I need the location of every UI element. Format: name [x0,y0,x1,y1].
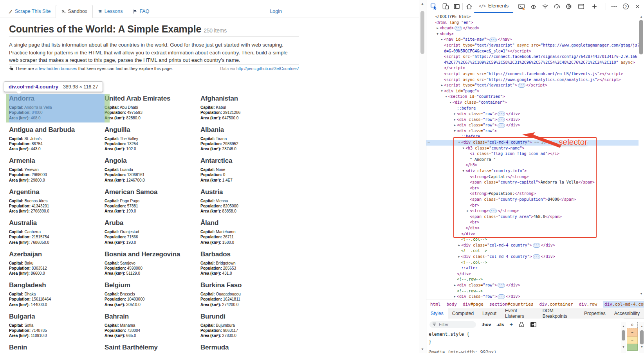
elements-scrollbar[interactable]: ▲ ▼ [639,14,644,298]
issues-icon[interactable] [529,2,538,11]
collapsed-arrow-icon[interactable]: ▶ [457,243,461,249]
collapsed-arrow-icon[interactable]: ▶ [435,25,440,31]
dom-tree-line[interactable]: ▼<div class="container"> [426,100,639,106]
nav-item-faq[interactable]: FAQ [128,5,154,18]
scroll-up-icon[interactable]: ▲ [639,325,644,328]
ellipsis-expander[interactable]: ··· [533,243,540,248]
dom-tree-line[interactable]: <!--.col--> [426,237,639,243]
tab-accessibility[interactable]: Accessibility [610,308,644,319]
dom-tree-line[interactable]: <span class="country-capital">Andorra la… [426,180,639,186]
scroll-up-icon[interactable]: ▲ [639,15,644,18]
dom-tree-line[interactable]: </h3> [426,162,639,168]
page-scrollbar-thumb[interactable] [420,11,424,54]
page-scrollbar[interactable]: ▲ ▼ [419,0,426,353]
expanded-arrow-icon[interactable]: ▼ [457,140,461,146]
dom-tree-line[interactable]: ▶<div class="row">···</div> [426,283,639,288]
dom-tree-line[interactable]: <br> [426,220,639,225]
sidebar-scrollbar[interactable]: ▲ ▼ [639,322,644,353]
console-icon[interactable] [517,2,526,11]
dom-tree-line[interactable]: ▶<nav id="site-nav">···</nav> [426,37,639,43]
performance-icon[interactable] [552,2,561,11]
ellipsis-expander[interactable]: ··· [455,26,462,31]
tab-layout[interactable]: Layout [478,308,501,319]
ellipsis-expander[interactable]: ··· [498,117,505,122]
dom-tree-line[interactable]: <strong>Population:</strong> [426,191,639,197]
dom-tree-line[interactable]: ▶<head>···</head> [426,25,639,31]
breadcrumb-div.col-md-4.country[interactable]: div.col-md-4.country [603,301,644,308]
collapsed-arrow-icon[interactable]: ▶ [453,122,457,128]
ellipsis-expander[interactable]: ··· [489,38,497,42]
ellipsis-expander[interactable]: ··· [518,83,525,88]
application-icon[interactable] [577,2,585,11]
dom-tree-line[interactable]: <script src="https://connect.facebook.ne… [426,54,639,60]
add-tools-icon[interactable] [590,2,599,11]
dom-tree-line[interactable]: <!--.col--> [426,260,639,266]
scroll-up-icon[interactable]: ▲ [621,325,626,328]
dom-tree-line[interactable]: ▼<div class="country-info"> [426,168,639,174]
gutter-dots-icon[interactable]: ⋯ [428,140,429,146]
dom-tree-line[interactable]: " Andorra " [426,157,639,163]
expanded-arrow-icon[interactable]: ▼ [440,88,444,94]
rendering-emulation-icon[interactable] [518,321,525,328]
tab-dom-breakpoints[interactable]: DOM Breakpoints [538,308,580,319]
scroll-down-icon[interactable]: ▼ [419,348,426,351]
dom-tree-line[interactable]: ▼<section id="countries"> [426,94,639,100]
styles-scrollbar-thumb[interactable] [622,330,625,340]
dom-tree-line[interactable]: ▶<div class="row">···</div> [426,111,639,117]
styles-scrollbar[interactable]: ▲ ▼ [621,322,626,353]
dom-tree-line[interactable]: <!--.row--> [426,277,639,283]
dom-tree-line[interactable]: <i class="flag-icon flag-icon-ad"></i> [426,151,639,157]
collapsed-arrow-icon[interactable]: ▶ [453,283,457,288]
breadcrumb-html[interactable]: html [430,302,441,307]
expanded-arrow-icon[interactable]: ▼ [448,100,453,106]
collapsed-arrow-icon[interactable]: ▶ [440,83,444,88]
dom-tree-line[interactable]: ▶<script type="text/javascript">···</scr… [426,83,639,88]
breadcrumb-body[interactable]: body [447,302,457,307]
collapsed-arrow-icon[interactable]: ▶ [440,37,444,43]
network-conditions-icon[interactable] [541,2,549,11]
login-link[interactable]: Login [270,9,282,14]
collapsed-arrow-icon[interactable]: ▶ [453,117,457,123]
nav-item-sandbox[interactable]: Sandbox [56,5,92,18]
dom-tree-line[interactable]: <script type="text/javascript" async src… [426,43,639,49]
dom-tree-line[interactable]: ::after [426,265,639,271]
collapsed-arrow-icon[interactable]: ▶ [465,208,470,214]
dom-tree-line[interactable]: ▶<strong>···</strong> [426,208,639,214]
dom-tree-line[interactable]: 4%2C77%2C67%2C109%2C59%2C58%2C31%2C96%2C… [426,60,639,66]
scroll-down-icon[interactable]: ▼ [639,292,644,295]
dom-tree-line[interactable]: <strong>Capital:</strong> [426,174,639,180]
dock-side-icon[interactable] [452,2,461,11]
close-icon[interactable] [633,2,642,11]
collapsed-arrow-icon[interactable]: ▶ [453,111,457,117]
ellipsis-expander[interactable]: ··· [489,209,497,213]
dom-tree-line[interactable]: <!DOCTYPE html> [426,14,639,20]
ellipsis-expander[interactable]: ··· [533,254,540,259]
ellipsis-expander[interactable]: ··· [498,112,505,116]
nav-item-scrape-this-site[interactable]: Scrape This Site [3,5,56,18]
tab-computed[interactable]: Computed [448,308,478,319]
expanded-arrow-icon[interactable]: ▼ [444,94,448,100]
dom-tree-line[interactable]: ▶<div class="col-md-4 country">···</div> [426,243,639,249]
tab-event-listeners[interactable]: Event Listeners [501,308,538,319]
ellipsis-expander[interactable]: ··· [498,123,505,128]
dom-tree-line[interactable]: ▶<div class="row">···</div> [426,122,639,128]
dom-tree-line[interactable]: <html lang="en"> [426,20,639,26]
expanded-arrow-icon[interactable]: ▼ [461,168,465,174]
toggle-classes[interactable]: .cls [496,322,504,327]
more-options-icon[interactable] [610,2,618,11]
dom-tree-line[interactable]: d=G-09N5RQCFG4&cx=c&_slc=1"></script> [426,49,639,54]
memory-icon[interactable] [564,2,573,11]
breadcrumb-div.row[interactable]: div.row [579,302,597,307]
dom-tree-line[interactable]: <span class="country-population">84000</… [426,197,639,203]
collapsed-arrow-icon[interactable]: ▶ [457,254,461,260]
elements-scrollbar-thumb[interactable] [639,20,643,54]
dom-tree-line[interactable]: <br> [426,186,639,191]
new-style-rule-button[interactable]: + [509,321,513,328]
filter-input[interactable]: Filter [429,321,476,328]
tab-styles[interactable]: Styles [426,308,448,319]
dom-tree-line[interactable]: <!--.col--> [426,248,639,254]
scroll-down-icon[interactable]: ▼ [621,346,626,348]
expanded-arrow-icon[interactable]: ▼ [435,31,440,37]
breadcrumb-section#countries[interactable]: section#countries [489,302,534,307]
ellipsis-expander[interactable]: ··· [498,283,505,288]
